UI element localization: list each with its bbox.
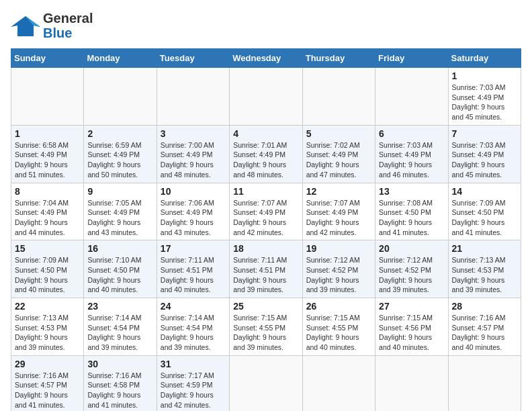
day-number: 18 [233, 243, 298, 254]
calendar-cell: 7Sunrise: 7:03 AMSunset: 4:49 PMDaylight… [448, 125, 521, 183]
calendar-cell: 8Sunrise: 7:04 AMSunset: 4:49 PMDaylight… [11, 183, 84, 240]
calendar-week-row: 29Sunrise: 7:16 AMSunset: 4:57 PMDayligh… [11, 355, 521, 411]
calendar-cell [375, 68, 448, 126]
calendar-cell: 1Sunrise: 6:58 AMSunset: 4:49 PMDaylight… [11, 125, 84, 183]
day-info: Sunrise: 7:02 AMSunset: 4:49 PMDaylight:… [306, 140, 371, 180]
day-info: Sunrise: 7:14 AMSunset: 4:54 PMDaylight:… [87, 313, 152, 353]
day-info: Sunrise: 7:16 AMSunset: 4:57 PMDaylight:… [452, 313, 517, 353]
calendar-cell: 29Sunrise: 7:16 AMSunset: 4:57 PMDayligh… [11, 355, 84, 411]
day-info: Sunrise: 7:04 AMSunset: 4:49 PMDaylight:… [15, 198, 80, 238]
logo-text: General Blue [43, 11, 93, 40]
day-info: Sunrise: 7:15 AMSunset: 4:55 PMDaylight:… [306, 313, 371, 353]
calendar-cell: 2Sunrise: 6:59 AMSunset: 4:49 PMDaylight… [84, 125, 157, 183]
day-info: Sunrise: 7:10 AMSunset: 4:50 PMDaylight:… [87, 255, 152, 295]
calendar-cell [302, 68, 375, 126]
calendar-cell: 20Sunrise: 7:12 AMSunset: 4:52 PMDayligh… [375, 240, 448, 298]
calendar-cell [448, 355, 521, 411]
day-number: 21 [452, 243, 517, 254]
calendar-week-row: 1Sunrise: 6:58 AMSunset: 4:49 PMDaylight… [11, 125, 521, 183]
calendar-cell: 25Sunrise: 7:15 AMSunset: 4:55 PMDayligh… [230, 298, 302, 356]
day-number: 3 [161, 128, 226, 139]
day-info: Sunrise: 7:05 AMSunset: 4:49 PMDaylight:… [87, 198, 152, 238]
day-number: 10 [161, 186, 226, 197]
day-info: Sunrise: 7:15 AMSunset: 4:55 PMDaylight:… [233, 313, 298, 353]
calendar-cell: 13Sunrise: 7:08 AMSunset: 4:50 PMDayligh… [375, 183, 448, 240]
day-number: 24 [161, 301, 226, 312]
day-number: 26 [306, 301, 371, 312]
calendar-cell: 1Sunrise: 7:03 AMSunset: 4:49 PMDaylight… [448, 68, 521, 126]
day-info: Sunrise: 7:14 AMSunset: 4:54 PMDaylight:… [161, 313, 226, 353]
calendar-cell: 27Sunrise: 7:15 AMSunset: 4:56 PMDayligh… [375, 298, 448, 356]
calendar-cell: 31Sunrise: 7:17 AMSunset: 4:59 PMDayligh… [157, 355, 229, 411]
calendar-cell: 5Sunrise: 7:02 AMSunset: 4:49 PMDaylight… [302, 125, 375, 183]
day-number: 27 [379, 301, 444, 312]
calendar-cell: 11Sunrise: 7:07 AMSunset: 4:49 PMDayligh… [230, 183, 302, 240]
day-number: 22 [15, 301, 80, 312]
day-number: 29 [15, 359, 80, 369]
day-info: Sunrise: 6:58 AMSunset: 4:49 PMDaylight:… [15, 140, 80, 180]
calendar-cell: 16Sunrise: 7:10 AMSunset: 4:50 PMDayligh… [84, 240, 157, 298]
day-number: 23 [87, 301, 152, 312]
column-header-monday: Monday [84, 49, 157, 68]
day-number: 8 [15, 186, 80, 197]
day-number: 13 [379, 186, 444, 197]
day-number: 30 [87, 359, 152, 369]
day-number: 25 [233, 301, 298, 312]
page-header: General Blue [11, 11, 521, 40]
calendar-table: SundayMondayTuesdayWednesdayThursdayFrid… [11, 48, 521, 411]
day-info: Sunrise: 7:00 AMSunset: 4:49 PMDaylight:… [161, 140, 226, 180]
day-info: Sunrise: 7:07 AMSunset: 4:49 PMDaylight:… [306, 198, 371, 238]
calendar-cell: 3Sunrise: 7:00 AMSunset: 4:49 PMDaylight… [157, 125, 229, 183]
day-info: Sunrise: 7:12 AMSunset: 4:52 PMDaylight:… [306, 255, 371, 295]
day-info: Sunrise: 7:15 AMSunset: 4:56 PMDaylight:… [379, 313, 444, 353]
calendar-cell: 18Sunrise: 7:11 AMSunset: 4:51 PMDayligh… [230, 240, 302, 298]
day-info: Sunrise: 7:16 AMSunset: 4:58 PMDaylight:… [87, 371, 152, 410]
day-info: Sunrise: 7:01 AMSunset: 4:49 PMDaylight:… [233, 140, 298, 180]
day-info: Sunrise: 7:12 AMSunset: 4:52 PMDaylight:… [379, 255, 444, 295]
column-header-wednesday: Wednesday [230, 49, 302, 68]
day-number: 14 [452, 186, 517, 197]
calendar-cell [230, 355, 302, 411]
logo: General Blue [11, 11, 93, 40]
day-info: Sunrise: 7:03 AMSunset: 4:49 PMDaylight:… [452, 140, 517, 180]
day-number: 1 [15, 128, 80, 139]
day-number: 2 [87, 128, 152, 139]
day-number: 16 [87, 243, 152, 254]
calendar-cell: 6Sunrise: 7:03 AMSunset: 4:49 PMDaylight… [375, 125, 448, 183]
calendar-cell: 17Sunrise: 7:11 AMSunset: 4:51 PMDayligh… [157, 240, 229, 298]
calendar-cell: 10Sunrise: 7:06 AMSunset: 4:49 PMDayligh… [157, 183, 229, 240]
column-header-thursday: Thursday [302, 49, 375, 68]
day-number: 20 [379, 243, 444, 254]
calendar-cell [230, 68, 302, 126]
calendar-cell [84, 68, 157, 126]
day-info: Sunrise: 7:08 AMSunset: 4:50 PMDaylight:… [379, 198, 444, 238]
day-number: 15 [15, 243, 80, 254]
calendar-cell: 9Sunrise: 7:05 AMSunset: 4:49 PMDaylight… [84, 183, 157, 240]
day-number: 12 [306, 186, 371, 197]
calendar-cell: 4Sunrise: 7:01 AMSunset: 4:49 PMDaylight… [230, 125, 302, 183]
day-info: Sunrise: 6:59 AMSunset: 4:49 PMDaylight:… [87, 140, 152, 180]
day-number: 4 [233, 128, 298, 139]
day-info: Sunrise: 7:03 AMSunset: 4:49 PMDaylight:… [379, 140, 444, 180]
day-info: Sunrise: 7:09 AMSunset: 4:50 PMDaylight:… [15, 255, 80, 295]
day-info: Sunrise: 7:03 AMSunset: 4:49 PMDaylight:… [452, 83, 517, 122]
day-info: Sunrise: 7:11 AMSunset: 4:51 PMDaylight:… [233, 255, 298, 295]
calendar-week-row: 15Sunrise: 7:09 AMSunset: 4:50 PMDayligh… [11, 240, 521, 298]
calendar-week-row: 8Sunrise: 7:04 AMSunset: 4:49 PMDaylight… [11, 183, 521, 240]
calendar-cell: 24Sunrise: 7:14 AMSunset: 4:54 PMDayligh… [157, 298, 229, 356]
column-header-tuesday: Tuesday [157, 49, 229, 68]
day-info: Sunrise: 7:16 AMSunset: 4:57 PMDaylight:… [15, 371, 80, 410]
svg-marker-0 [11, 16, 40, 36]
calendar-cell: 28Sunrise: 7:16 AMSunset: 4:57 PMDayligh… [448, 298, 521, 356]
calendar-cell: 30Sunrise: 7:16 AMSunset: 4:58 PMDayligh… [84, 355, 157, 411]
column-header-friday: Friday [375, 49, 448, 68]
day-info: Sunrise: 7:17 AMSunset: 4:59 PMDaylight:… [161, 371, 226, 410]
calendar-week-row: 22Sunrise: 7:13 AMSunset: 4:53 PMDayligh… [11, 298, 521, 356]
day-info: Sunrise: 7:13 AMSunset: 4:53 PMDaylight:… [15, 313, 80, 353]
day-number: 7 [452, 128, 517, 139]
column-header-saturday: Saturday [448, 49, 521, 68]
calendar-cell: 15Sunrise: 7:09 AMSunset: 4:50 PMDayligh… [11, 240, 84, 298]
calendar-cell [302, 355, 375, 411]
calendar-cell: 22Sunrise: 7:13 AMSunset: 4:53 PMDayligh… [11, 298, 84, 356]
day-info: Sunrise: 7:06 AMSunset: 4:49 PMDaylight:… [161, 198, 226, 238]
